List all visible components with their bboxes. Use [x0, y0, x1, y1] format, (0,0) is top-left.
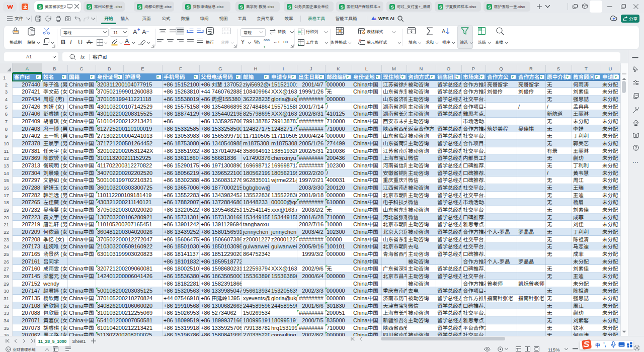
svg-text:A: A — [442, 28, 446, 34]
svg-text:←.0: ←.0 — [273, 40, 280, 44]
svg-text:.00: .00 — [282, 40, 288, 44]
